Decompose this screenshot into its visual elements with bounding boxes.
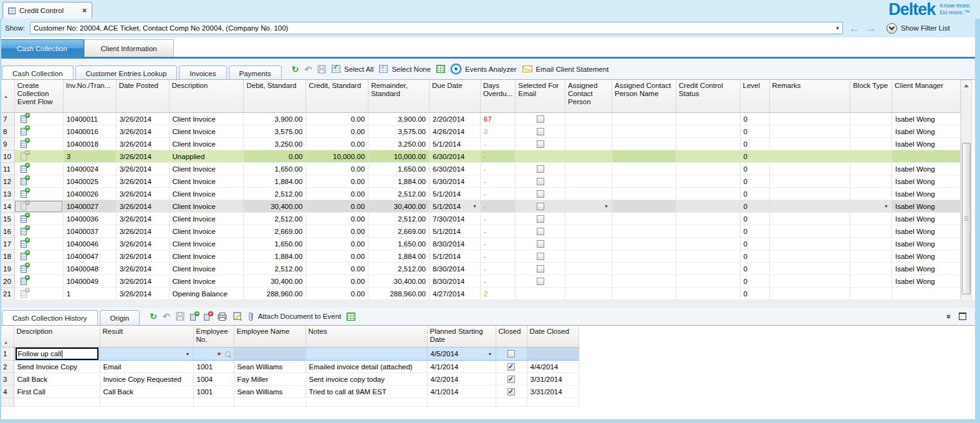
email-icon[interactable] bbox=[522, 66, 532, 72]
cell-remarks[interactable] bbox=[769, 263, 850, 275]
cell-assigned-contact-person[interactable] bbox=[565, 288, 612, 300]
cell-credit-control-status[interactable] bbox=[676, 138, 740, 150]
checkbox[interactable] bbox=[537, 128, 544, 135]
cell-credit[interactable]: 0.00 bbox=[306, 275, 368, 288]
cell-date-closed[interactable] bbox=[527, 348, 579, 361]
cell-description[interactable]: Send Invoice Copy bbox=[14, 361, 100, 373]
description-edit-field[interactable]: Follow up call bbox=[16, 348, 98, 360]
column-header-level[interactable]: Level bbox=[740, 80, 769, 113]
cell-level[interactable]: 0 bbox=[740, 238, 769, 250]
cell-notes[interactable]: Sent invoice copy today bbox=[305, 373, 427, 386]
cell-selected-for-email[interactable] bbox=[516, 150, 565, 163]
cell-date-posted[interactable]: 3/26/2014 bbox=[116, 263, 169, 275]
row-number[interactable]: 21 bbox=[0, 288, 14, 300]
select-none-icon[interactable] bbox=[379, 65, 388, 73]
refresh-icon[interactable]: ↻ bbox=[150, 312, 157, 321]
cell-days-overdue[interactable]: - bbox=[480, 188, 515, 200]
cell-assigned-contact-person[interactable] bbox=[565, 213, 612, 225]
column-header-inv-no-tran[interactable]: Inv.No./Tran... bbox=[63, 80, 116, 113]
cell-date-posted[interactable]: 3/26/2014 bbox=[116, 175, 169, 188]
cell-inv-no[interactable]: 10400036 bbox=[63, 213, 116, 225]
column-header-client-manager[interactable]: Client Manager bbox=[892, 80, 961, 113]
checkbox[interactable] bbox=[537, 240, 544, 248]
cell-remarks[interactable] bbox=[769, 288, 850, 300]
cell-block-type[interactable] bbox=[850, 188, 892, 200]
cell-remarks[interactable] bbox=[769, 200, 850, 213]
cell-assigned-contact-person-name[interactable] bbox=[612, 150, 676, 163]
cell-date-posted[interactable]: 3/26/2014 bbox=[116, 250, 169, 263]
row-number[interactable]: 15 bbox=[0, 213, 14, 225]
cell-debit[interactable]: 1,650.00 bbox=[244, 238, 306, 250]
lookup-icon[interactable] bbox=[225, 351, 231, 357]
row-number-header[interactable]: ▲ bbox=[0, 326, 14, 348]
cell-block-type[interactable] bbox=[850, 288, 892, 300]
cell-description[interactable]: Client Invoice bbox=[169, 275, 244, 288]
cell-client-manager[interactable]: Isabel Wong bbox=[892, 213, 961, 225]
scrollbar-thumb[interactable] bbox=[962, 143, 971, 294]
cell-assigned-contact-person[interactable] bbox=[565, 188, 612, 200]
cell-create-collection-event-flow[interactable]: + bbox=[14, 125, 63, 138]
table-view-icon[interactable] bbox=[436, 65, 445, 73]
cell-block-type[interactable] bbox=[850, 250, 892, 263]
checkbox[interactable] bbox=[537, 203, 544, 210]
cell-due-date[interactable]: 8/30/2014 bbox=[430, 275, 481, 288]
cell-selected-for-email[interactable] bbox=[516, 213, 565, 225]
cell-due-date[interactable]: 5/1/2014 bbox=[430, 225, 481, 238]
cell-due-date[interactable]: 4/27/2014 bbox=[430, 288, 481, 300]
cell-client-manager[interactable]: Isabel Wong bbox=[892, 188, 961, 200]
cell-create-collection-event-flow[interactable]: + bbox=[14, 263, 63, 275]
cell-create-collection-event-flow[interactable]: + bbox=[14, 213, 63, 225]
cell-block-type[interactable] bbox=[850, 238, 892, 250]
cell-credit-control-status[interactable] bbox=[676, 163, 740, 175]
cell-due-date[interactable]: 5/1/2014 bbox=[430, 250, 481, 263]
cell-assigned-contact-person-name[interactable] bbox=[612, 200, 676, 213]
cell-credit[interactable]: 0.00 bbox=[306, 213, 368, 225]
cell-remainder[interactable]: 3,250.00 bbox=[368, 138, 430, 150]
cell-days-overdue[interactable]: - bbox=[480, 150, 515, 163]
cell-debit[interactable]: 2,669.00 bbox=[244, 225, 306, 238]
cell-description[interactable]: Unapplied bbox=[169, 150, 244, 163]
cell-due-date[interactable]: 2/20/2014 bbox=[430, 113, 481, 125]
cell-credit-control-status[interactable] bbox=[676, 188, 740, 200]
cell-block-type[interactable] bbox=[850, 275, 892, 288]
events-analyzer-button[interactable]: Events Analyzer bbox=[465, 66, 516, 73]
cell-remarks[interactable] bbox=[769, 213, 850, 225]
cell-debit[interactable]: 1,650.00 bbox=[244, 163, 306, 175]
cell-result[interactable]: ▼ bbox=[100, 348, 193, 361]
cell-inv-no[interactable]: 10400018 bbox=[63, 138, 116, 150]
row-number[interactable]: 18 bbox=[0, 250, 14, 263]
cell-planned-starting-date[interactable]: 4/2/2014 bbox=[427, 373, 496, 386]
cell-description[interactable]: Client Invoice bbox=[169, 200, 244, 213]
create-event-flow-icon[interactable]: + bbox=[21, 176, 29, 185]
cell-description[interactable]: Client Invoice bbox=[169, 225, 244, 238]
cell-closed[interactable] bbox=[496, 373, 527, 386]
row-number[interactable]: 2 bbox=[0, 361, 14, 373]
cell-block-type[interactable]: ▼ bbox=[850, 200, 892, 213]
cell-client-manager[interactable]: Isabel Wong bbox=[892, 275, 961, 288]
column-header-remainder-standard[interactable]: Remainder, Standard bbox=[368, 80, 430, 113]
column-header-notes[interactable]: Notes bbox=[305, 326, 427, 348]
cell-client-manager[interactable] bbox=[892, 150, 961, 163]
cell-level[interactable]: 0 bbox=[740, 225, 769, 238]
column-header-date-closed[interactable]: Date Closed bbox=[527, 326, 579, 348]
row-number[interactable]: 14 bbox=[0, 200, 14, 213]
cell-create-collection-event-flow[interactable]: + bbox=[14, 163, 63, 175]
cell-employee-no[interactable]: 1001 bbox=[193, 361, 234, 373]
cell-remainder[interactable]: 2,669.00 bbox=[368, 225, 430, 238]
main-tab-client-information[interactable]: Client Information bbox=[84, 39, 174, 57]
cell-client-manager[interactable]: Isabel Wong bbox=[892, 175, 961, 188]
cell-credit[interactable]: 0.00 bbox=[306, 113, 368, 125]
cell-create-collection-event-flow[interactable]: + bbox=[14, 113, 63, 125]
create-event-flow-icon[interactable]: + bbox=[21, 226, 29, 235]
cell-assigned-contact-person-name[interactable] bbox=[612, 225, 676, 238]
select-all-icon[interactable] bbox=[332, 65, 340, 73]
checkbox[interactable] bbox=[507, 388, 515, 396]
cell-employee-name[interactable]: Sean Williams bbox=[234, 386, 305, 398]
cell-credit-control-status[interactable] bbox=[676, 213, 740, 225]
column-header-block-type[interactable]: Block Type bbox=[850, 80, 892, 113]
cell-employee-name[interactable]: Fay Miller bbox=[234, 373, 305, 386]
cell-planned-starting-date[interactable]: 4/1/2014 bbox=[427, 386, 496, 398]
row-number[interactable]: 13 bbox=[0, 188, 14, 200]
cell-selected-for-email[interactable] bbox=[516, 225, 565, 238]
select-none-button[interactable]: Select None bbox=[392, 66, 431, 73]
